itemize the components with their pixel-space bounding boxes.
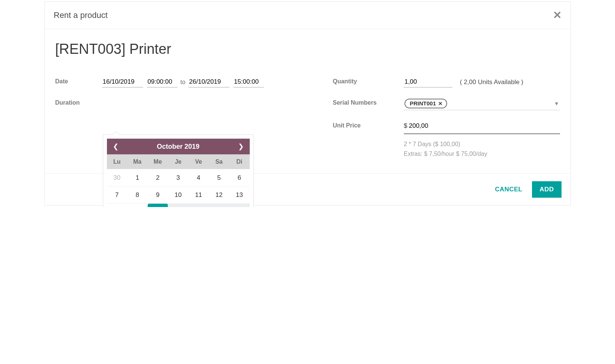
cancel-button[interactable]: CANCEL bbox=[495, 186, 522, 193]
date-label: Date bbox=[55, 77, 102, 85]
datepicker-grid: LuMaMeJeVeSaDi30123456789101112131415161… bbox=[103, 154, 253, 207]
dow-header: Ma bbox=[127, 154, 148, 169]
from-date-input[interactable] bbox=[102, 77, 143, 87]
calendar-day[interactable]: 9 bbox=[148, 186, 168, 204]
rent-product-modal: Rent a product ✕ [RENT003] Printer Date … bbox=[44, 1, 571, 206]
calendar-day[interactable]: 17 bbox=[168, 204, 188, 207]
from-time-input[interactable] bbox=[147, 77, 178, 87]
dow-header: Ve bbox=[188, 154, 209, 169]
prev-month-icon[interactable]: ❮ bbox=[113, 142, 119, 151]
calendar-day[interactable]: 30 bbox=[107, 169, 127, 186]
calendar-day[interactable]: 5 bbox=[209, 169, 229, 186]
product-title: [RENT003] Printer bbox=[55, 41, 560, 57]
quantity-available: ( 2,00 Units Available ) bbox=[460, 78, 523, 86]
currency-symbol: $ bbox=[404, 122, 407, 130]
calendar-day[interactable]: 11 bbox=[188, 186, 209, 204]
calendar-day[interactable]: 3 bbox=[168, 169, 188, 186]
modal-body: [RENT003] Printer Date to Duration bbox=[45, 29, 571, 173]
calendar-day[interactable]: 8 bbox=[127, 186, 148, 204]
next-month-icon[interactable]: ❯ bbox=[238, 142, 244, 151]
calendar-day[interactable]: 20 bbox=[229, 204, 250, 207]
calendar-day[interactable]: 10 bbox=[168, 186, 188, 204]
close-icon[interactable]: ✕ bbox=[553, 10, 562, 21]
datepicker-popover: ❮ October 2019 ❯ LuMaMeJeVeSaDi301234567… bbox=[103, 135, 254, 207]
dow-header: Me bbox=[148, 154, 168, 169]
unit-price-input[interactable] bbox=[408, 121, 560, 131]
price-breakdown-line2: Extras: $ 7,50/hour $ 75,00/day bbox=[404, 149, 560, 159]
dow-header: Lu bbox=[107, 154, 127, 169]
calendar-day[interactable]: 15 bbox=[127, 204, 148, 207]
serial-numbers-label: Serial Numbers bbox=[333, 98, 404, 106]
calendar-day[interactable]: 4 bbox=[188, 169, 209, 186]
unit-price-label: Unit Price bbox=[333, 121, 404, 129]
modal-title: Rent a product bbox=[54, 10, 108, 20]
quantity-label: Quantity bbox=[333, 77, 404, 85]
to-date-input[interactable] bbox=[188, 77, 230, 87]
price-breakdown: 2 * 7 Days ($ 100,00) Extras: $ 7,50/hou… bbox=[404, 139, 560, 158]
tag-remove-icon[interactable]: ✕ bbox=[438, 101, 443, 107]
calendar-day[interactable]: 6 bbox=[229, 169, 250, 186]
calendar-day[interactable]: 18 bbox=[188, 204, 209, 207]
price-breakdown-line1: 2 * 7 Days ($ 100,00) bbox=[404, 139, 560, 149]
calendar-day[interactable]: 7 bbox=[107, 186, 127, 204]
duration-label: Duration bbox=[55, 98, 102, 106]
calendar-day[interactable]: 12 bbox=[209, 186, 229, 204]
dow-header: Di bbox=[229, 154, 250, 169]
to-label: to bbox=[181, 79, 185, 86]
serial-numbers-input[interactable]: PRINT001 ✕ ▼ bbox=[404, 98, 560, 110]
calendar-day[interactable]: 1 bbox=[127, 169, 148, 186]
dow-header: Sa bbox=[209, 154, 229, 169]
serial-tag[interactable]: PRINT001 ✕ bbox=[405, 99, 447, 108]
calendar-day[interactable]: 13 bbox=[229, 186, 250, 204]
dow-header: Je bbox=[168, 154, 188, 169]
datepicker-header: ❮ October 2019 ❯ bbox=[107, 139, 250, 154]
calendar-day[interactable]: 16 bbox=[148, 204, 168, 207]
add-button[interactable]: ADD bbox=[532, 181, 561, 198]
to-time-input[interactable] bbox=[233, 77, 264, 87]
month-label: October 2019 bbox=[157, 143, 199, 151]
calendar-day[interactable]: 19 bbox=[209, 204, 229, 207]
quantity-input[interactable] bbox=[404, 77, 452, 87]
calendar-day[interactable]: 14 bbox=[107, 204, 127, 207]
serial-tag-text: PRINT001 bbox=[410, 100, 436, 107]
chevron-down-icon[interactable]: ▼ bbox=[554, 101, 559, 107]
modal-header: Rent a product ✕ bbox=[45, 2, 571, 29]
calendar-day[interactable]: 2 bbox=[148, 169, 168, 186]
